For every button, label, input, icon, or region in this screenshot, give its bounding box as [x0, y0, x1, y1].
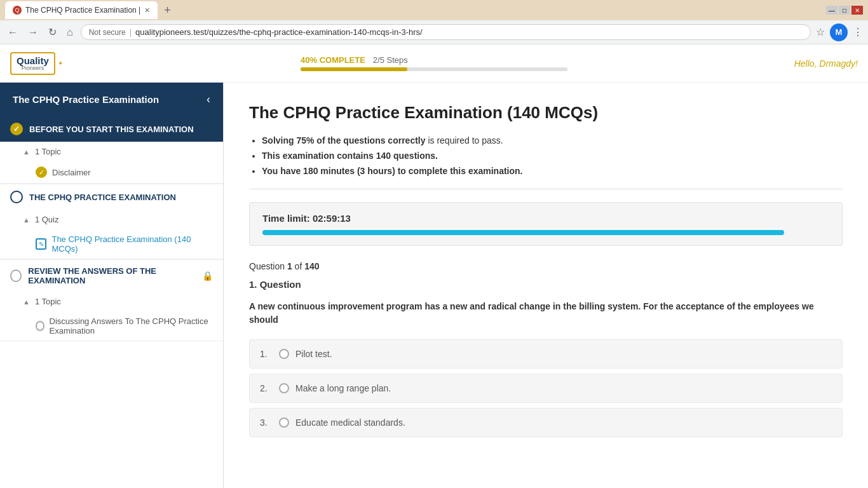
bullet-3: You have 180 minutes (3 hours) to comple… — [262, 166, 843, 176]
radio-btn-3[interactable] — [279, 417, 289, 428]
sidebar-section-before: ✓ BEFORE YOU START THIS EXAMINATION ▲ 1 … — [0, 116, 223, 184]
question-heading: 1. Question — [249, 279, 843, 290]
logo-star-icon: ✦ — [58, 60, 63, 67]
progress-area: 40% COMPLETE 2/5 Steps — [301, 55, 567, 71]
address-bar[interactable]: Not secure | qualitypioneers.test/quizze… — [81, 24, 811, 40]
sidebar-title-bar: The CPHQ Practice Examination ‹ — [0, 83, 223, 116]
reload-button[interactable]: ↻ — [46, 25, 59, 39]
disclaimer-check-icon: ✓ — [36, 166, 47, 178]
time-box: Time limit: 02:59:13 — [249, 202, 843, 246]
logo-area: Quality Pioneers ✦ — [10, 52, 63, 75]
address-separator: | — [130, 27, 132, 37]
question-of: of — [292, 261, 304, 271]
sidebar-topics-2-label: 1 Quiz — [35, 215, 59, 224]
question-total: 140 — [304, 261, 319, 271]
sidebar-section-review-header[interactable]: REVIEW THE ANSWERS OF THE EXAMINATION 🔒 — [0, 259, 223, 292]
question-text: A new continuous improvement program has… — [249, 300, 843, 327]
progress-bar-fill — [301, 67, 407, 71]
close-button[interactable]: ✕ — [851, 6, 863, 15]
time-limit-text: Time limit: 02:59:13 — [262, 213, 829, 224]
exam-link-label: The CPHQ Practice Examination (140 MCQs) — [51, 234, 213, 254]
home-button[interactable]: ⌂ — [64, 25, 76, 39]
exam-section-label: THE CPHQ PRACTICE EXAMINATION — [29, 193, 176, 202]
option-num-1: 1. — [260, 349, 273, 359]
progress-label: 40% COMPLETE 2/5 Steps — [301, 55, 567, 65]
browser-titlebar: Q The CPHQ Practice Examination | ✕ + — … — [0, 0, 868, 20]
minimize-button[interactable]: — — [826, 6, 837, 15]
before-check-icon: ✓ — [10, 123, 23, 135]
before-section-label: BEFORE YOU START THIS EXAMINATION — [29, 125, 194, 134]
sidebar-topics-2[interactable]: ▲ 1 Quiz — [0, 210, 223, 229]
app-header: Quality Pioneers ✦ 40% COMPLETE 2/5 Step… — [0, 44, 868, 83]
content-divider — [249, 189, 843, 189]
quiz-icon: ✎ — [36, 238, 46, 250]
main-layout: The CPHQ Practice Examination ‹ ✓ BEFORE… — [0, 83, 868, 488]
sidebar-discussing-item[interactable]: Discussing Answers To The CPHQ Practice … — [0, 311, 223, 341]
answer-option-1[interactable]: 1. Pilot test. — [249, 339, 843, 369]
bullet-1: Solving 75% of the questions correctly i… — [262, 135, 843, 146]
sidebar-topics-1-label: 1 Topic — [35, 147, 61, 156]
sidebar-section-exam: THE CPHQ PRACTICE EXAMINATION ▲ 1 Quiz ✎… — [0, 184, 223, 259]
answer-option-2[interactable]: 2. Make a long range plan. — [249, 374, 843, 403]
sidebar-topics-1[interactable]: ▲ 1 Topic — [0, 142, 223, 161]
exam-title: The CPHQ Practice Examination (140 MCQs) — [249, 103, 843, 123]
sidebar-section-exam-header[interactable]: THE CPHQ PRACTICE EXAMINATION — [0, 184, 223, 210]
caret-icon-1: ▲ — [23, 148, 30, 156]
option-text-1: Pilot test. — [295, 349, 332, 359]
browser-addressbar: ← → ↻ ⌂ Not secure | qualitypioneers.tes… — [0, 20, 868, 44]
disclaimer-label: Disclaimer — [52, 168, 91, 177]
sidebar-disclaimer-item[interactable]: ✓ Disclaimer — [0, 161, 223, 183]
bookmark-button[interactable]: ☆ — [816, 26, 825, 38]
browser-tab[interactable]: Q The CPHQ Practice Examination | ✕ — [5, 1, 158, 19]
option-text-2: Make a long range plan. — [295, 383, 391, 393]
logo-quality-text: Quality — [17, 56, 49, 65]
discussing-label: Discussing Answers To The CPHQ Practice … — [50, 316, 214, 336]
progress-steps-text: 2/5 Steps — [373, 55, 408, 65]
question-num: 1 — [287, 261, 292, 271]
progress-complete-text: 40% COMPLETE — [301, 55, 365, 65]
forward-button[interactable]: → — [25, 25, 41, 39]
address-text: qualitypioneers.test/quizzes/the-cphq-pr… — [135, 27, 803, 37]
sidebar-section-before-header[interactable]: ✓ BEFORE YOU START THIS EXAMINATION — [0, 116, 223, 142]
new-tab-button[interactable]: + — [161, 4, 173, 17]
sidebar-section-review: REVIEW THE ANSWERS OF THE EXAMINATION 🔒 … — [0, 259, 223, 341]
bullet-1-bold: Solving 75% of the questions correctly — [262, 135, 426, 146]
sidebar-exam-link[interactable]: ✎ The CPHQ Practice Examination (140 MCQ… — [0, 229, 223, 259]
option-num-3: 3. — [260, 417, 273, 428]
maximize-button[interactable]: □ — [839, 6, 850, 15]
question-counter-pre: Question — [249, 261, 287, 271]
review-section-label: REVIEW THE ANSWERS OF THE EXAMINATION — [28, 266, 196, 285]
answer-option-3[interactable]: 3. Educate medical standards. — [249, 408, 843, 437]
bullet-2-bold: This examination contains 140 questions. — [262, 151, 438, 161]
tab-close-button[interactable]: ✕ — [144, 6, 150, 15]
sidebar-topics-3[interactable]: ▲ 1 Topic — [0, 292, 223, 311]
option-text-3: Educate medical standards. — [295, 417, 405, 428]
main-content: The CPHQ Practice Examination (140 MCQs)… — [224, 83, 868, 488]
caret-icon-3: ▲ — [23, 298, 30, 306]
bullet-2: This examination contains 140 questions. — [262, 151, 843, 161]
logo-pioneers-text: Pioneers — [22, 65, 44, 71]
sidebar-topics-3-label: 1 Topic — [35, 297, 61, 306]
exam-circle-icon — [10, 191, 23, 203]
review-circle-icon — [10, 269, 22, 282]
caret-icon-2: ▲ — [23, 216, 30, 224]
sidebar-title-text: The CPHQ Practice Examination — [13, 94, 159, 105]
tab-favicon: Q — [13, 6, 22, 15]
time-progress-bar — [262, 230, 784, 235]
exam-info-list: Solving 75% of the questions correctly i… — [262, 135, 843, 176]
sidebar: The CPHQ Practice Examination ‹ ✓ BEFORE… — [0, 83, 224, 488]
sidebar-collapse-button[interactable]: ‹ — [207, 93, 210, 106]
radio-btn-1[interactable] — [279, 349, 289, 359]
discussing-circle-icon — [36, 321, 44, 331]
progress-bar-container — [301, 67, 567, 71]
bullet-3-bold: You have 180 minutes (3 hours) to comple… — [262, 166, 523, 176]
lock-icon: 🔒 — [202, 271, 213, 281]
browser-menu-button[interactable]: ⋮ — [853, 26, 863, 38]
radio-btn-2[interactable] — [279, 383, 289, 393]
back-button[interactable]: ← — [5, 25, 20, 39]
profile-button[interactable]: M — [830, 24, 848, 41]
question-counter: Question 1 of 140 — [249, 261, 843, 271]
window-controls: — □ ✕ — [826, 6, 863, 15]
security-label: Not secure — [89, 28, 126, 37]
tab-title-text: The CPHQ Practice Examination | — [25, 6, 140, 15]
